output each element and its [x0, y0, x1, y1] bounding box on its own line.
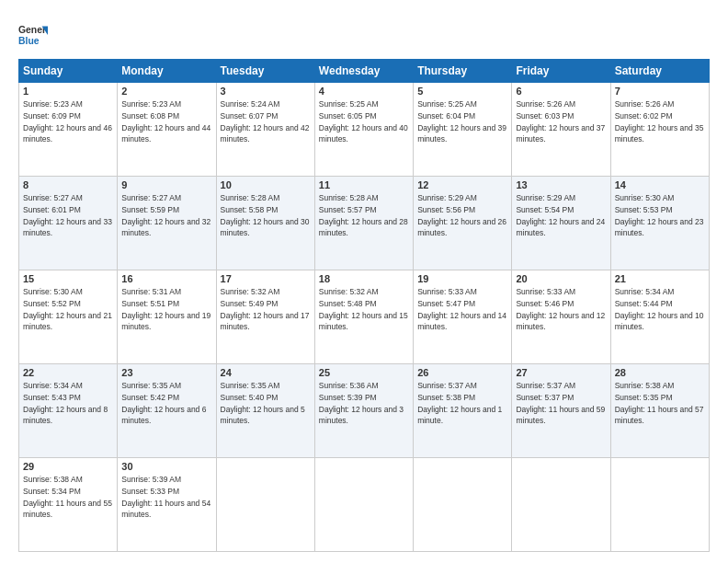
day-info: Sunrise: 5:25 AMSunset: 6:05 PMDaylight:…: [319, 98, 409, 145]
calendar-cell: 19Sunrise: 5:33 AMSunset: 5:47 PMDayligh…: [414, 270, 512, 364]
day-number: 26: [417, 367, 507, 378]
calendar-cell: 6Sunrise: 5:26 AMSunset: 6:03 PMDaylight…: [512, 83, 610, 177]
day-info: Sunrise: 5:37 AMSunset: 5:38 PMDaylight:…: [417, 380, 507, 427]
calendar-cell: 23Sunrise: 5:35 AMSunset: 5:42 PMDayligh…: [118, 364, 216, 458]
day-header-sunday: Sunday: [19, 60, 118, 83]
day-info: Sunrise: 5:35 AMSunset: 5:42 PMDaylight:…: [121, 380, 211, 427]
calendar-cell: 7Sunrise: 5:26 AMSunset: 6:02 PMDaylight…: [610, 83, 709, 177]
day-info: Sunrise: 5:32 AMSunset: 5:49 PMDaylight:…: [221, 286, 311, 333]
day-number: 12: [417, 179, 507, 190]
day-info: Sunrise: 5:24 AMSunset: 6:07 PMDaylight:…: [221, 98, 311, 145]
day-info: Sunrise: 5:29 AMSunset: 5:54 PMDaylight:…: [516, 192, 606, 239]
day-header-monday: Monday: [118, 60, 216, 83]
day-number: 4: [319, 86, 409, 97]
day-header-wednesday: Wednesday: [314, 60, 413, 83]
day-number: 3: [221, 86, 311, 97]
day-number: 6: [516, 86, 606, 97]
calendar-cell: 28Sunrise: 5:38 AMSunset: 5:35 PMDayligh…: [610, 364, 709, 458]
day-info: Sunrise: 5:33 AMSunset: 5:47 PMDaylight:…: [417, 286, 507, 333]
calendar-cell: 4Sunrise: 5:25 AMSunset: 6:05 PMDaylight…: [314, 83, 413, 177]
day-number: 20: [516, 273, 606, 284]
day-number: 29: [23, 461, 113, 472]
day-number: 17: [221, 273, 311, 284]
day-number: 9: [121, 179, 211, 190]
day-number: 25: [319, 367, 409, 378]
day-header-saturday: Saturday: [610, 60, 709, 83]
day-info: Sunrise: 5:28 AMSunset: 5:58 PMDaylight:…: [221, 192, 311, 239]
calendar-cell: 1Sunrise: 5:23 AMSunset: 6:09 PMDaylight…: [19, 83, 118, 177]
day-info: Sunrise: 5:35 AMSunset: 5:40 PMDaylight:…: [221, 380, 311, 427]
calendar-cell: [512, 458, 610, 552]
day-info: Sunrise: 5:31 AMSunset: 5:51 PMDaylight:…: [121, 286, 211, 333]
day-info: Sunrise: 5:37 AMSunset: 5:37 PMDaylight:…: [516, 380, 606, 427]
day-number: 19: [417, 273, 507, 284]
calendar-cell: 26Sunrise: 5:37 AMSunset: 5:38 PMDayligh…: [414, 364, 512, 458]
day-info: Sunrise: 5:23 AMSunset: 6:08 PMDaylight:…: [121, 98, 211, 145]
day-number: 18: [319, 273, 409, 284]
calendar-cell: 15Sunrise: 5:30 AMSunset: 5:52 PMDayligh…: [19, 270, 118, 364]
day-info: Sunrise: 5:34 AMSunset: 5:43 PMDaylight:…: [23, 380, 113, 427]
day-info: Sunrise: 5:25 AMSunset: 6:04 PMDaylight:…: [417, 98, 507, 145]
calendar-cell: 25Sunrise: 5:36 AMSunset: 5:39 PMDayligh…: [314, 364, 413, 458]
calendar-cell: 2Sunrise: 5:23 AMSunset: 6:08 PMDaylight…: [118, 83, 216, 177]
calendar-cell: 18Sunrise: 5:32 AMSunset: 5:48 PMDayligh…: [314, 270, 413, 364]
day-info: Sunrise: 5:36 AMSunset: 5:39 PMDaylight:…: [319, 380, 409, 427]
calendar-cell: 9Sunrise: 5:27 AMSunset: 5:59 PMDaylight…: [118, 177, 216, 270]
day-info: Sunrise: 5:28 AMSunset: 5:57 PMDaylight:…: [319, 192, 409, 239]
day-number: 28: [615, 367, 705, 378]
calendar-cell: 30Sunrise: 5:39 AMSunset: 5:33 PMDayligh…: [118, 458, 216, 552]
calendar-cell: 14Sunrise: 5:30 AMSunset: 5:53 PMDayligh…: [610, 177, 709, 270]
day-number: 10: [221, 179, 311, 190]
calendar-cell: 5Sunrise: 5:25 AMSunset: 6:04 PMDaylight…: [414, 83, 512, 177]
day-header-thursday: Thursday: [414, 60, 512, 83]
day-number: 27: [516, 367, 606, 378]
general-blue-logo: General Blue: [18, 20, 48, 50]
calendar-cell: 3Sunrise: 5:24 AMSunset: 6:07 PMDaylight…: [216, 83, 314, 177]
day-number: 15: [23, 273, 113, 284]
day-number: 23: [121, 367, 211, 378]
day-number: 14: [615, 179, 705, 190]
day-number: 1: [23, 86, 113, 97]
day-info: Sunrise: 5:30 AMSunset: 5:53 PMDaylight:…: [615, 192, 705, 239]
calendar-table: SundayMondayTuesdayWednesdayThursdayFrid…: [18, 59, 710, 552]
day-info: Sunrise: 5:26 AMSunset: 6:03 PMDaylight:…: [516, 98, 606, 145]
day-number: 21: [615, 273, 705, 284]
day-header-tuesday: Tuesday: [216, 60, 314, 83]
calendar-cell: 24Sunrise: 5:35 AMSunset: 5:40 PMDayligh…: [216, 364, 314, 458]
calendar-cell: 11Sunrise: 5:28 AMSunset: 5:57 PMDayligh…: [314, 177, 413, 270]
calendar-cell: [314, 458, 413, 552]
day-info: Sunrise: 5:34 AMSunset: 5:44 PMDaylight:…: [615, 286, 705, 333]
day-info: Sunrise: 5:32 AMSunset: 5:48 PMDaylight:…: [319, 286, 409, 333]
calendar-cell: 12Sunrise: 5:29 AMSunset: 5:56 PMDayligh…: [414, 177, 512, 270]
day-number: 8: [23, 179, 113, 190]
day-info: Sunrise: 5:39 AMSunset: 5:33 PMDaylight:…: [121, 474, 211, 521]
day-info: Sunrise: 5:33 AMSunset: 5:46 PMDaylight:…: [516, 286, 606, 333]
day-info: Sunrise: 5:27 AMSunset: 6:01 PMDaylight:…: [23, 192, 113, 239]
day-info: Sunrise: 5:27 AMSunset: 5:59 PMDaylight:…: [121, 192, 211, 239]
calendar-cell: 20Sunrise: 5:33 AMSunset: 5:46 PMDayligh…: [512, 270, 610, 364]
day-number: 22: [23, 367, 113, 378]
day-info: Sunrise: 5:38 AMSunset: 5:34 PMDaylight:…: [23, 474, 113, 521]
day-number: 7: [615, 86, 705, 97]
calendar-cell: 13Sunrise: 5:29 AMSunset: 5:54 PMDayligh…: [512, 177, 610, 270]
day-info: Sunrise: 5:26 AMSunset: 6:02 PMDaylight:…: [615, 98, 705, 145]
calendar-cell: 10Sunrise: 5:28 AMSunset: 5:58 PMDayligh…: [216, 177, 314, 270]
calendar-cell: 22Sunrise: 5:34 AMSunset: 5:43 PMDayligh…: [19, 364, 118, 458]
calendar-cell: [414, 458, 512, 552]
day-info: Sunrise: 5:30 AMSunset: 5:52 PMDaylight:…: [23, 286, 113, 333]
calendar-cell: [216, 458, 314, 552]
day-info: Sunrise: 5:23 AMSunset: 6:09 PMDaylight:…: [23, 98, 113, 145]
calendar-cell: 8Sunrise: 5:27 AMSunset: 6:01 PMDaylight…: [19, 177, 118, 270]
day-number: 5: [417, 86, 507, 97]
day-info: Sunrise: 5:38 AMSunset: 5:35 PMDaylight:…: [615, 380, 705, 427]
day-number: 13: [516, 179, 606, 190]
calendar-cell: [610, 458, 709, 552]
calendar-cell: 27Sunrise: 5:37 AMSunset: 5:37 PMDayligh…: [512, 364, 610, 458]
day-header-friday: Friday: [512, 60, 610, 83]
day-info: Sunrise: 5:29 AMSunset: 5:56 PMDaylight:…: [417, 192, 507, 239]
calendar-cell: 17Sunrise: 5:32 AMSunset: 5:49 PMDayligh…: [216, 270, 314, 364]
day-number: 24: [221, 367, 311, 378]
calendar-cell: 29Sunrise: 5:38 AMSunset: 5:34 PMDayligh…: [19, 458, 118, 552]
calendar-cell: 16Sunrise: 5:31 AMSunset: 5:51 PMDayligh…: [118, 270, 216, 364]
calendar-cell: 21Sunrise: 5:34 AMSunset: 5:44 PMDayligh…: [610, 270, 709, 364]
